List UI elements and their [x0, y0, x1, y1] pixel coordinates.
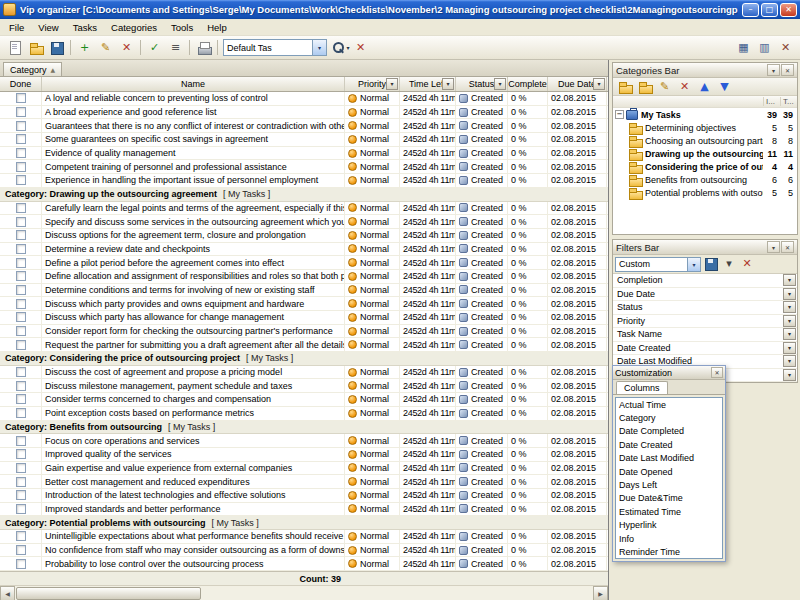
menu-tools[interactable]: Tools	[164, 20, 200, 35]
filters-bar-close-icon[interactable]: ✕	[781, 241, 794, 253]
customization-column-item-estimated-time[interactable]: Estimated Time	[616, 505, 722, 518]
scroll-left-icon[interactable]: ◀	[0, 586, 15, 600]
task-checkbox[interactable]	[16, 148, 26, 158]
status-filter-icon[interactable]: ▾	[494, 78, 506, 90]
task-row[interactable]: Improved standards and better performanc…	[0, 503, 608, 517]
combo-dropdown-icon[interactable]: ▾	[312, 40, 326, 55]
due-date-filter-icon[interactable]: ▾	[593, 78, 605, 90]
delete-task-button[interactable]: ✕	[116, 38, 137, 58]
customization-column-item-date-completed[interactable]: Date Completed	[616, 425, 722, 438]
delete-category-button[interactable]: ✕	[675, 79, 694, 95]
column-header-priority[interactable]: Priority▾	[345, 77, 400, 91]
complete-task-button[interactable]: ✓	[144, 38, 165, 58]
task-checkbox[interactable]	[16, 162, 26, 172]
menu-categories[interactable]: Categories	[104, 20, 164, 35]
customization-column-item-hyperlink[interactable]: Hyperlink	[616, 519, 722, 532]
menu-view[interactable]: View	[31, 20, 65, 35]
open-database-button[interactable]	[25, 38, 46, 58]
task-row[interactable]: Evidence of quality managementNormal2452…	[0, 147, 608, 161]
task-checkbox[interactable]	[16, 203, 26, 213]
edit-category-button[interactable]: ✎	[655, 79, 674, 95]
task-row[interactable]: Improved quality of the servicesNormal24…	[0, 448, 608, 462]
task-checkbox[interactable]	[16, 340, 26, 350]
customization-title-bar[interactable]: Customization ✕	[613, 366, 725, 380]
task-checkbox[interactable]	[16, 244, 26, 254]
task-row[interactable]: Discuss options for the agreement term, …	[0, 229, 608, 243]
add-task-button[interactable]: +	[74, 38, 95, 58]
task-checkbox[interactable]	[16, 107, 26, 117]
find-tasks-button[interactable]: ▾	[329, 38, 350, 58]
task-row[interactable]: Experience in handling the important iss…	[0, 174, 608, 188]
category-group-row[interactable]: Category: Considering the price of outso…	[0, 352, 608, 366]
task-checkbox[interactable]	[16, 312, 26, 322]
category-group-row[interactable]: Category: Potential problems with outsou…	[0, 516, 608, 530]
group-by-category-button[interactable]: Category ▲	[3, 62, 62, 76]
filter-dropdown-icon[interactable]: ▾	[783, 342, 796, 354]
task-checkbox[interactable]	[16, 175, 26, 185]
task-row[interactable]: Discuss milestone management, payment sc…	[0, 379, 608, 393]
task-view-combobox[interactable]: Default Tas ▾	[223, 39, 327, 56]
task-checkbox[interactable]	[16, 436, 26, 446]
category-tree-item-considering-the-price-of-outsourcing-project[interactable]: Considering the price of outsourcing pro…	[613, 160, 797, 173]
task-row[interactable]: Discuss the cost of agreement and propos…	[0, 366, 608, 380]
task-checkbox[interactable]	[16, 271, 26, 281]
categories-bar-close-icon[interactable]: ✕	[781, 64, 794, 76]
task-row[interactable]: Define allocation and assignment of resp…	[0, 270, 608, 284]
task-row[interactable]: No confidence from staff who may conside…	[0, 544, 608, 558]
category-tree-item-potential-problems-with-outsourcing[interactable]: Potential problems with outsourcing55	[613, 186, 797, 199]
filter-dropdown-icon[interactable]: ▾	[783, 369, 796, 381]
category-tree-item-drawing-up-the-outsourcing-agreement[interactable]: Drawing up the outsourcing agreement1111	[613, 147, 797, 160]
move-category-down-button[interactable]: ▼	[715, 79, 734, 95]
category-group-row[interactable]: Category: Drawing up the outsourcing agr…	[0, 188, 608, 202]
task-checkbox[interactable]	[16, 477, 26, 487]
scroll-right-icon[interactable]: ▶	[593, 586, 608, 600]
priority-filter-icon[interactable]: ▾	[386, 78, 398, 90]
task-checkbox[interactable]	[16, 559, 26, 569]
filter-dropdown-icon[interactable]: ▾	[783, 274, 796, 286]
task-row[interactable]: Determine a review date and checkpointsN…	[0, 243, 608, 257]
customization-column-item-days-left[interactable]: Days Left	[616, 478, 722, 491]
clear-search-button[interactable]: ✕	[350, 38, 371, 58]
filter-dropdown-icon[interactable]: ▾	[783, 288, 796, 300]
horizontal-scrollbar[interactable]: ◀ ▶	[0, 585, 608, 600]
move-category-up-button[interactable]: ▲	[695, 79, 714, 95]
edit-task-button[interactable]: ✎	[95, 38, 116, 58]
task-row[interactable]: Point exception costs based on performan…	[0, 407, 608, 421]
task-checkbox[interactable]	[16, 230, 26, 240]
task-row[interactable]: Consider terms concerned to charges and …	[0, 393, 608, 407]
task-row[interactable]: Introduction of the latest technologies …	[0, 489, 608, 503]
column-header-status[interactable]: Status▾	[456, 77, 508, 91]
task-row[interactable]: Determine conditions and terms for invol…	[0, 284, 608, 298]
customization-column-item-actual-time[interactable]: Actual Time	[616, 398, 722, 411]
category-tree-item-choosing-an-outsourcing-partner[interactable]: Choosing an outsourcing partner88	[613, 134, 797, 147]
print-button[interactable]	[193, 38, 214, 58]
time-left-filter-icon[interactable]: ▾	[442, 78, 454, 90]
task-row[interactable]: Competent training of personnel and prof…	[0, 160, 608, 174]
category-tree-item-my-tasks[interactable]: −My Tasks3939	[613, 108, 797, 121]
task-row[interactable]: Better cost management and reduced expen…	[0, 475, 608, 489]
task-row[interactable]: Discuss which party has allowance for ch…	[0, 311, 608, 325]
customization-column-item-info[interactable]: Info	[616, 532, 722, 545]
customization-column-item-date-last-modified[interactable]: Date Last Modified	[616, 452, 722, 465]
task-checkbox[interactable]	[16, 93, 26, 103]
task-checkbox[interactable]	[16, 258, 26, 268]
task-checkbox[interactable]	[16, 531, 26, 541]
task-row[interactable]: Consider report form for checking the ou…	[0, 325, 608, 339]
task-checkbox[interactable]	[16, 285, 26, 295]
category-group-row[interactable]: Category: Benefits from outsourcing[ My …	[0, 421, 608, 435]
clear-filter-button[interactable]: ✕	[738, 256, 756, 272]
save-filter-button[interactable]	[702, 256, 720, 272]
categories-col1-header[interactable]: I...	[763, 97, 780, 106]
task-row[interactable]: Define a pilot period before the agreeme…	[0, 256, 608, 270]
task-checkbox[interactable]	[16, 217, 26, 227]
task-checkbox[interactable]	[16, 299, 26, 309]
toggle-categories-bar-button[interactable]: ▦	[733, 38, 754, 58]
menu-file[interactable]: File	[2, 20, 31, 35]
task-checkbox[interactable]	[16, 504, 26, 514]
save-database-button[interactable]	[46, 38, 67, 58]
task-row[interactable]: Gain expertise and value experience from…	[0, 462, 608, 476]
filter-dropdown-icon[interactable]: ▾	[783, 301, 796, 313]
column-header-done[interactable]: Done	[0, 77, 42, 91]
filter-dropdown-icon[interactable]: ▾	[783, 328, 796, 340]
menu-help[interactable]: Help	[200, 20, 234, 35]
